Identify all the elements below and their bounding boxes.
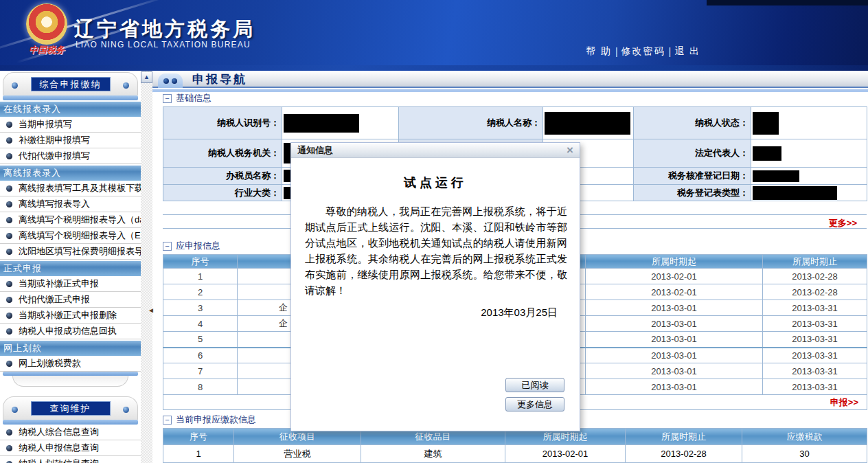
nav-separator: | [669,46,672,57]
sidebar-item[interactable]: 离线填写报表导入 [0,196,141,212]
more-link[interactable]: 更多>> [829,218,857,228]
collapse-icon[interactable]: − [163,242,172,251]
app-header: 中国税务 辽宁省地方税务局 LIAO NING LOCAL TAXATION B… [0,0,868,65]
panel-title-button[interactable]: 查询维护 [31,401,111,416]
more-info-button[interactable]: 更多信息 [505,397,564,411]
cell-period-end: 2013-02-28 [763,269,867,284]
nav-link[interactable]: 帮 助 [586,45,612,58]
sidebar-item[interactable]: 网上划缴税费款 [0,356,141,372]
declare-link[interactable]: 申报>> [830,397,858,407]
cell-seq: 8 [163,379,238,395]
sidebar-item[interactable]: 当期或补缴正式申报 [0,276,141,292]
field-label: 税务登记表类型： [634,185,751,201]
field-label: 纳税人状态： [634,107,751,139]
payment-title: 当前申报应缴款信息 [176,414,256,426]
sidebar-item-label: 离线填写个税明细报表导入（Excel [19,229,141,242]
declare-title: 应申报信息 [176,240,220,252]
nav-separator: | [615,46,618,57]
tab-dot-icon [163,78,169,84]
read-button[interactable]: 已阅读 [505,378,564,392]
sidebar-item[interactable]: 沈阳地区填写社保费明细报表导入 [0,244,141,260]
dialog-title: 通知信息 [297,144,333,157]
tab-dot-icon [172,78,177,84]
sidebar-item-label: 网上划缴税费款 [19,357,81,370]
cell-period-start: 2013-03-01 [586,379,763,395]
panel-title-button[interactable]: 综合申报缴纳 [31,77,111,91]
cell-period-end: 2013-02-28 [763,284,867,300]
redacted-value [753,170,799,182]
sidebar-item[interactable]: 离线报表填写工具及其模板下载 [0,181,141,196]
sidebar-item-label: 代扣代缴申报填写 [19,150,90,162]
bullet-icon [6,201,12,207]
cell-period-end: 2013-03-31 [763,379,867,395]
notice-dialog: 通知信息 × 试点运行 尊敬的纳税人，我局正在完善网上报税系统，将于近期试点后正… [290,142,580,431]
cell-period-end: 2013-03-31 [763,363,867,379]
redacted-value [753,112,779,135]
field-value [751,185,867,201]
field-label: 纳税人税务机关： [163,139,282,168]
field-value [543,107,634,139]
sidebar-panel: 综合申报缴纳在线报表录入当期申报填写补缴往期申报填写代扣代缴申报填写离线报表录入… [0,72,141,388]
sidebar-item[interactable]: 当期申报填写 [0,117,141,133]
cell-period-end: 2013-03-31 [763,300,867,316]
page-title-bar [152,71,868,88]
sidebar-item[interactable]: 纳税人综合信息查询 [0,425,141,440]
bullet-icon [6,281,12,287]
sidebar-item[interactable]: 纳税人申报信息查询 [0,440,141,456]
nav-link[interactable]: 退 出 [674,45,700,58]
cell-period-start: 2013-03-01 [586,316,763,332]
close-icon[interactable]: × [567,144,573,156]
redacted-value [753,146,781,161]
sidebar-item[interactable]: 代扣代缴申报填写 [0,148,141,164]
panel-cap: 查询维护 [3,396,138,420]
collapse-handle-icon[interactable]: ◄ [148,306,155,314]
title-underline [152,89,868,92]
sidebar-item[interactable]: 离线填写个税明细报表导入（Excel [0,228,141,244]
sidebar-item[interactable]: 离线填写个税明细报表导入（dat文 [0,212,141,228]
sidebar-item[interactable]: 当期或补缴正式申报删除 [0,308,141,324]
cap-dot-icon [123,407,129,413]
cell-seq: 2 [163,284,238,300]
payment-table-body: 1营业税建筑2013-02-012013-02-2830 [163,445,867,463]
sidebar-item[interactable]: 代扣代缴正式申报 [0,292,141,308]
basic-info-title: 基础信息 [176,92,212,104]
dialog-titlebar[interactable]: 通知信息 × [291,143,580,158]
column-header: 序号 [163,255,238,269]
bullet-icon [6,313,12,319]
org-title: 辽宁省地方税务局 [74,16,255,43]
sidebar-item-label: 沈阳地区填写社保费明细报表导入 [19,245,141,258]
sidebar-item[interactable]: 补缴往期申报填写 [0,133,141,148]
sidebar-item[interactable]: 纳税人申报成功信息回执 [0,324,141,339]
basic-info-section-header: − 基础信息 [163,92,212,104]
dialog-buttons: 已阅读 更多信息 [505,378,564,411]
bullet-icon [6,429,12,436]
bullet-icon [6,461,12,463]
collapse-icon[interactable]: − [163,94,172,103]
field-value [751,139,867,168]
nav-link[interactable]: 修改密码 [621,45,665,58]
cell-seq: 6 [163,348,238,363]
declare-section-header: − 应申报信息 [163,240,220,252]
dialog-date: 2013年03月25日 [291,306,558,319]
sidebar-item-label: 补缴往期申报填写 [19,134,90,146]
sidebar-scrollbar[interactable] [141,71,152,463]
scrollbar-up-button[interactable]: ▲ [141,71,152,83]
cell-period-start: 2013-02-01 [586,284,763,300]
sidebar-item[interactable]: 纳税人划款信息查询 [0,456,141,463]
bullet-icon [6,328,12,335]
sidebar-panel: 查询维护纳税人综合信息查询纳税人申报信息查询纳税人划款信息查询办税人员信息维护 [0,396,141,463]
page-root: 中国税务 辽宁省地方税务局 LIAO NING LOCAL TAXATION B… [0,0,868,463]
sidebar-section-header: 在线报表录入 [0,102,141,117]
cell-value: 2013-02-28 [626,445,742,463]
cell-period-start: 2013-02-01 [586,269,763,284]
sidebar-item-label: 纳税人综合信息查询 [19,426,99,438]
cell-period-end: 2013-03-31 [763,348,867,363]
cell-period-start: 2013-03-01 [586,332,763,348]
field-label: 法定代表人： [634,139,751,168]
field-label: 行业大类： [163,185,282,201]
bullet-icon [6,185,12,192]
bullet-icon [6,153,12,159]
bullet-icon [6,361,12,367]
collapse-icon[interactable]: − [163,416,172,425]
header-dark-strip [707,0,868,5]
